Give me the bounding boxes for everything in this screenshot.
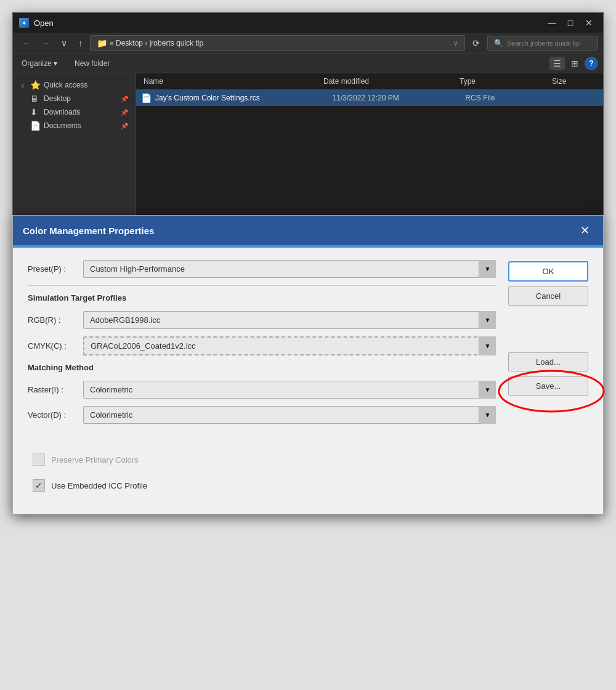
explorer-window: ✦ Open — □ ✕ ← → ∨ ↑ 📁 « Desktop › jrobe… <box>12 12 604 215</box>
file-icon: 📄 <box>141 93 152 103</box>
save-annotation-container: Save... <box>508 376 588 396</box>
forward-button[interactable]: → <box>38 36 54 51</box>
dialog-close-button[interactable]: ✕ <box>576 222 593 239</box>
dialog-left: Preset(P) : Custom High-Performance ▼ Si… <box>28 260 496 501</box>
documents-icon: 📄 <box>30 121 40 131</box>
back-button[interactable]: ← <box>18 36 34 51</box>
table-row[interactable]: 📄 Jay's Custom Color Settings.rcs 11/3/2… <box>136 90 603 106</box>
sidebar-item-desktop[interactable]: 🖥 Desktop 📌 <box>13 92 136 105</box>
sidebar-item-downloads[interactable]: ⬇ Downloads 📌 <box>13 105 136 119</box>
explorer-close-button[interactable]: ✕ <box>581 17 597 29</box>
color-management-dialog: Color Management Properties ✕ Preset(P) … <box>12 215 604 514</box>
minimize-button[interactable]: — <box>544 17 560 29</box>
view-tiles-button[interactable]: ⊞ <box>567 57 582 70</box>
col-name: Name <box>141 76 321 87</box>
dialog-right: OK Cancel Load... Save... <box>508 260 588 501</box>
address-dropdown-icon[interactable]: ∨ <box>453 39 458 47</box>
up-button[interactable]: ↑ <box>75 36 86 51</box>
raster-label: Raster(I) : <box>28 385 83 394</box>
sidebar-label-documents: Documents <box>44 121 81 130</box>
vector-select[interactable]: Colorimetric <box>83 406 496 424</box>
btn-spacer <box>508 310 588 347</box>
dropdown-button[interactable]: ∨ <box>57 36 71 51</box>
preset-select[interactable]: Custom High-Performance <box>83 260 496 278</box>
embedded-icc-label: Use Embedded ICC Profile <box>51 481 147 490</box>
maximize-button[interactable]: □ <box>562 17 578 29</box>
embedded-icc-row: ✓ Use Embedded ICC Profile <box>28 476 496 495</box>
cmyk-row: CMYK(C) : GRACoL2006_Coated1v2.icc ▼ <box>28 336 496 355</box>
preset-select-wrapper: Custom High-Performance ▼ <box>83 260 496 278</box>
preserve-colors-row: Preserve Primary Colors <box>28 450 496 469</box>
sidebar-label-quick-access: Quick access <box>44 81 87 89</box>
organize-button[interactable]: Organize ▾ <box>18 57 61 70</box>
cmyk-label: CMYK(C) : <box>28 341 83 351</box>
address-bar[interactable]: 📁 « Desktop › jroberts quick tip ∨ <box>90 35 465 51</box>
vector-label: Vector(D) : <box>28 410 83 420</box>
file-name: Jay's Custom Color Settings.rcs <box>155 94 333 102</box>
raster-select-wrapper: Colorimetric ▼ <box>83 381 496 399</box>
sidebar-item-documents[interactable]: 📄 Documents 📌 <box>13 119 136 132</box>
sidebar-label-downloads: Downloads <box>44 108 80 116</box>
explorer-sidebar: ∨ ⭐ Quick access 🖥 Desktop 📌 ⬇ Downloads… <box>13 73 136 215</box>
matching-section-title: Matching Method <box>28 363 496 372</box>
sidebar-label-desktop: Desktop <box>44 94 71 103</box>
ok-button[interactable]: OK <box>508 261 588 282</box>
menu-right: ☰ ⊞ ? <box>549 57 598 70</box>
view-list-button[interactable]: ☰ <box>549 57 565 70</box>
file-list-header: Name Date modified Type Size <box>136 73 603 90</box>
embedded-icc-checkbox[interactable]: ✓ <box>33 479 45 492</box>
quick-access-icon: ⭐ <box>30 80 40 90</box>
menu-left: Organize ▾ New folder <box>18 57 113 70</box>
main-container: ✦ Open — □ ✕ ← → ∨ ↑ 📁 « Desktop › jrobe… <box>12 12 604 514</box>
search-placeholder: Search jroberts quick tip <box>507 39 580 47</box>
dialog-body: Preset(P) : Custom High-Performance ▼ Si… <box>13 248 603 514</box>
rgb-row: RGB(R) : AdobeRGB1998.icc ▼ <box>28 311 496 329</box>
explorer-app-icon: ✦ <box>19 18 29 28</box>
pin-icon-documents: 📌 <box>121 123 128 129</box>
search-bar[interactable]: 🔍 Search jroberts quick tip <box>487 36 598 51</box>
load-button[interactable]: Load... <box>508 352 588 371</box>
cancel-button[interactable]: Cancel <box>508 286 588 306</box>
address-folder-icon: 📁 <box>97 38 107 48</box>
help-button[interactable]: ? <box>585 57 598 70</box>
raster-row: Raster(I) : Colorimetric ▼ <box>28 381 496 399</box>
pin-icon-desktop: 📌 <box>121 95 128 102</box>
desktop-icon: 🖥 <box>30 94 40 104</box>
raster-select[interactable]: Colorimetric <box>83 381 496 399</box>
explorer-title: Open <box>34 18 54 28</box>
search-icon: 🔍 <box>494 39 503 47</box>
preserve-colors-label: Preserve Primary Colors <box>51 455 139 465</box>
vector-row: Vector(D) : Colorimetric ▼ <box>28 406 496 424</box>
preserve-colors-checkbox[interactable] <box>33 453 45 466</box>
rgb-select[interactable]: AdobeRGB1998.icc <box>83 311 496 329</box>
downloads-icon: ⬇ <box>30 107 40 117</box>
dialog-title: Color Management Properties <box>23 225 154 236</box>
titlebar-controls: — □ ✕ <box>544 17 597 29</box>
cmyk-select[interactable]: GRACoL2006_Coated1v2.icc <box>83 336 496 355</box>
expand-icon: ∨ <box>20 82 26 89</box>
spacer <box>28 431 496 444</box>
rgb-label: RGB(R) : <box>28 315 83 325</box>
col-date: Date modified <box>321 76 457 87</box>
file-date: 11/3/2022 12:20 PM <box>333 94 466 102</box>
dialog-titlebar: Color Management Properties ✕ <box>13 216 603 245</box>
explorer-file-area: Name Date modified Type Size 📄 Jay's Cus… <box>136 73 603 215</box>
sidebar-item-quick-access[interactable]: ∨ ⭐ Quick access <box>13 78 136 92</box>
col-size: Size <box>549 76 598 87</box>
explorer-titlebar: ✦ Open — □ ✕ <box>13 13 603 33</box>
address-path: « Desktop › jroberts quick tip <box>110 39 203 47</box>
titlebar-left: ✦ Open <box>19 18 54 28</box>
preset-row: Preset(P) : Custom High-Performance ▼ <box>28 260 496 278</box>
file-type: RCS File <box>465 94 554 102</box>
cmyk-select-wrapper: GRACoL2006_Coated1v2.icc ▼ <box>83 336 496 355</box>
pin-icon-downloads: 📌 <box>121 109 128 116</box>
rgb-select-wrapper: AdobeRGB1998.icc ▼ <box>83 311 496 329</box>
save-button[interactable]: Save... <box>508 376 588 396</box>
preset-label: Preset(P) : <box>28 264 83 274</box>
simulation-section-title: Simulation Target Profiles <box>28 293 496 302</box>
new-folder-button[interactable]: New folder <box>71 57 113 70</box>
explorer-content: ∨ ⭐ Quick access 🖥 Desktop 📌 ⬇ Downloads… <box>13 73 603 215</box>
vector-select-wrapper: Colorimetric ▼ <box>83 406 496 424</box>
refresh-button[interactable]: ⟳ <box>469 36 484 51</box>
divider-1 <box>28 285 496 286</box>
